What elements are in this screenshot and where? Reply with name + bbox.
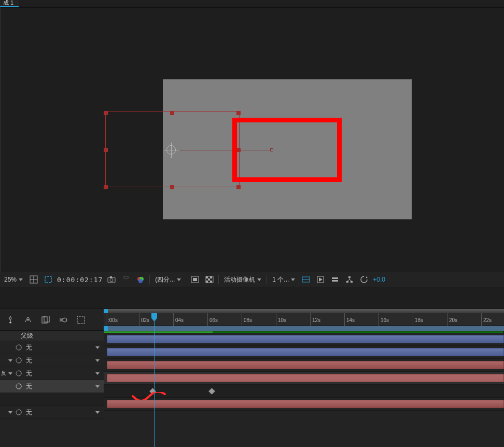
mask-visibility-icon[interactable] — [43, 274, 54, 285]
parent-value[interactable]: 无 — [24, 382, 94, 391]
fast-previews-icon[interactable] — [315, 274, 326, 285]
bbox-handle-ml[interactable] — [104, 148, 108, 152]
layer-row-selected[interactable]: 无 — [0, 380, 104, 393]
timeline-button-icon[interactable] — [329, 274, 341, 285]
track-row[interactable] — [104, 346, 504, 359]
bbox-handle-br[interactable] — [236, 185, 241, 189]
timeline-graph[interactable]: :00s 02s 04s 06s 08s 10s 12s 14s 16s 18s… — [104, 309, 504, 447]
parent-pickwhip-icon[interactable] — [13, 370, 24, 377]
anchor-point-icon[interactable] — [166, 145, 176, 155]
bbox-handle-bm[interactable] — [170, 185, 174, 189]
separator — [218, 275, 219, 284]
ruler-tick: 20s — [447, 313, 457, 326]
parent-value[interactable]: 无 — [24, 408, 94, 417]
panel-divider — [0, 287, 504, 309]
bbox-handle-bl[interactable] — [104, 185, 108, 189]
comp-mini-flowchart-icon[interactable] — [5, 315, 16, 325]
row-expand-chevron-icon[interactable] — [7, 359, 13, 362]
flowchart-icon[interactable] — [344, 274, 355, 285]
track-row[interactable] — [104, 398, 504, 411]
time-ruler[interactable]: :00s 02s 04s 06s 08s 10s 12s 14s 16s 18s… — [104, 313, 504, 326]
playhead[interactable] — [154, 313, 155, 447]
svg-line-29 — [349, 280, 352, 281]
svg-line-28 — [347, 280, 349, 281]
chevron-down-icon — [177, 278, 181, 281]
graph-editor-icon[interactable] — [76, 315, 86, 325]
keyframe-row[interactable] — [104, 385, 504, 398]
layer-bar-selected[interactable] — [107, 374, 504, 382]
current-timecode[interactable]: 0:00:02:17 — [57, 276, 103, 284]
parent-value[interactable]: 无 — [24, 356, 94, 365]
view-count-dropdown[interactable]: 1 个... — [270, 274, 297, 285]
snapshot-icon[interactable] — [106, 274, 117, 285]
bbox-handle-tm[interactable] — [170, 111, 174, 115]
time-navigator[interactable] — [104, 309, 504, 313]
chevron-down-icon[interactable] — [94, 359, 101, 362]
chevron-down-icon[interactable] — [94, 385, 101, 388]
ruler-tick: 10s — [276, 313, 286, 326]
chevron-down-icon[interactable] — [94, 411, 101, 414]
grid-icon[interactable] — [28, 274, 39, 285]
svg-rect-3 — [45, 276, 51, 283]
ruler-tick: 18s — [413, 313, 423, 326]
chevron-down-icon[interactable] — [94, 346, 101, 349]
chevron-down-icon[interactable] — [94, 372, 101, 375]
row-expand-chevron-icon[interactable] — [7, 411, 13, 414]
property-row — [0, 393, 104, 406]
ruler-tick: 14s — [344, 313, 355, 326]
draft-3d-icon[interactable] — [23, 315, 33, 325]
svg-rect-14 — [210, 276, 212, 278]
shape-layer-rectangle[interactable] — [232, 118, 342, 182]
show-snapshot-icon[interactable] — [120, 274, 132, 285]
layer-row[interactable]: 无 — [0, 406, 104, 419]
timeline-toolbar — [0, 309, 104, 331]
bbox-handle-tl[interactable] — [104, 111, 108, 115]
frame-blend-icon[interactable] — [40, 315, 51, 325]
svg-rect-41 — [77, 316, 85, 324]
track-row-selected[interactable] — [104, 372, 504, 385]
work-area-start-handle[interactable] — [104, 326, 108, 331]
pixel-aspect-icon[interactable] — [300, 274, 312, 285]
composition-viewer[interactable] — [0, 7, 504, 272]
motion-blur-icon[interactable] — [58, 315, 68, 325]
parent-pickwhip-icon[interactable] — [13, 357, 24, 364]
layer-row[interactable]: 反 无 — [0, 367, 104, 380]
parent-header-label: 父级 — [21, 331, 33, 340]
layer-row[interactable]: 无 — [0, 341, 104, 354]
layer-bar[interactable] — [107, 348, 504, 356]
parent-pickwhip-icon[interactable] — [13, 344, 24, 351]
row-expand-chevron-icon[interactable] — [7, 372, 13, 375]
parent-pickwhip-icon[interactable] — [13, 383, 24, 390]
ruler-tick: 12s — [310, 313, 320, 326]
svg-rect-26 — [351, 281, 353, 283]
time-navigator-indicator[interactable] — [104, 309, 108, 313]
parent-value[interactable]: 无 — [24, 369, 94, 378]
view-count-label: 1 个... — [272, 275, 289, 284]
bbox-handle-tr[interactable] — [236, 111, 241, 115]
track-row[interactable] — [104, 333, 504, 346]
transparency-grid-icon[interactable] — [204, 274, 215, 285]
exposure-value[interactable]: +0.0 — [373, 276, 385, 283]
work-area-bar[interactable] — [104, 326, 504, 331]
layer-row[interactable]: 无 — [0, 354, 104, 367]
roi-icon[interactable] — [189, 274, 201, 285]
parent-value[interactable]: 无 — [24, 343, 94, 352]
track-row[interactable] — [104, 359, 504, 372]
composition-tab-active[interactable]: 成 1 — [0, 0, 19, 7]
svg-rect-16 — [206, 281, 208, 283]
color-management-icon[interactable] — [135, 274, 146, 285]
keyframe-diamond-icon[interactable] — [208, 388, 215, 395]
layer-bar[interactable] — [107, 400, 504, 408]
camera-dropdown[interactable]: 活动摄像机 — [222, 274, 263, 285]
work-area-range[interactable] — [104, 326, 504, 331]
svg-point-9 — [138, 279, 143, 283]
resolution-dropdown[interactable]: (四分... — [153, 274, 186, 285]
parent-pickwhip-icon[interactable] — [13, 409, 24, 416]
zoom-value: 25% — [4, 276, 17, 283]
row-badge: 反 — [0, 370, 7, 377]
layer-bar[interactable] — [107, 335, 504, 343]
timecode-value: 0:00:02:17 — [57, 276, 103, 284]
layer-bar[interactable] — [107, 361, 504, 369]
reset-exposure-icon[interactable] — [358, 274, 370, 285]
zoom-dropdown[interactable]: 25% — [2, 275, 25, 284]
